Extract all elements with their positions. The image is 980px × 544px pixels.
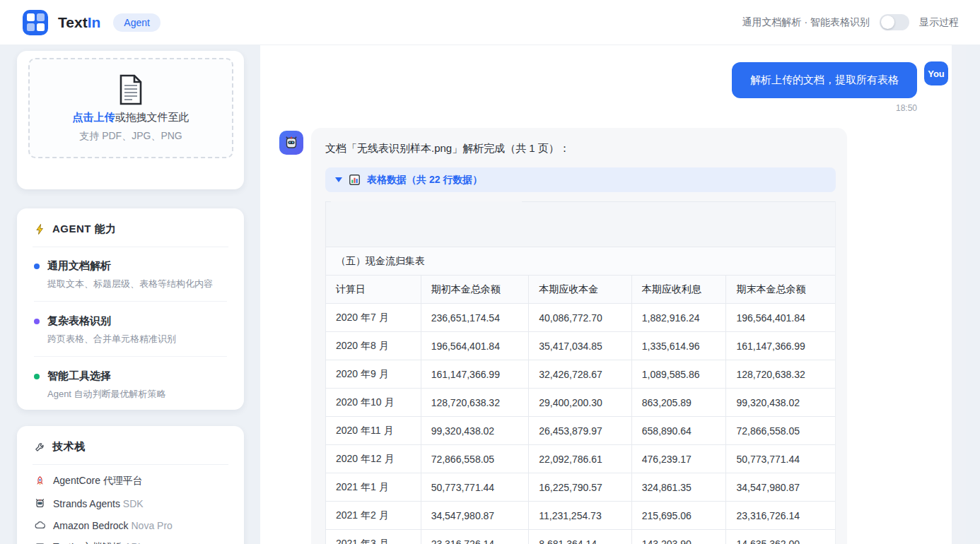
- agent-badge: Agent: [113, 13, 161, 32]
- lightning-icon: [34, 223, 46, 235]
- brand-accent: In: [88, 14, 101, 30]
- table-caption: （五）现金流归集表: [326, 247, 835, 276]
- mode-label: 通用文档解析 · 智能表格识别: [742, 16, 870, 29]
- brand-title: TextIn: [58, 14, 100, 31]
- table-body: 2020 年7 月236,651,174.5440,086,772.701,88…: [326, 304, 835, 544]
- table-cell: 期初本金总余额: [421, 276, 530, 303]
- table-row: 2020 年7 月236,651,174.5440,086,772.701,88…: [326, 304, 835, 332]
- tech-item-agentcore: AgentCore 代理平台: [34, 475, 227, 487]
- table-cell: 2021 年1 月: [326, 473, 421, 501]
- table-cell: 143,203.90: [632, 530, 727, 544]
- robot-icon: [34, 497, 46, 509]
- table-cell: 23,316,726.14: [421, 530, 530, 544]
- upload-link[interactable]: 点击上传: [73, 111, 115, 123]
- table-border-segment: [326, 201, 331, 202]
- table-cell: 期末本金总余额: [726, 276, 835, 303]
- table-cell: 1,089,585.86: [632, 360, 727, 388]
- upload-hint: 支持 PDF、JPG、PNG: [79, 130, 182, 143]
- table-cell: 2021 年2 月: [326, 502, 421, 529]
- parse-result-summary: 文档「无线表识别样本.png」解析完成（共 1 页）：: [325, 142, 570, 155]
- tech-stack-card: 技术栈 AgentCore 代理平台 Strands Agents SDK: [17, 426, 244, 544]
- table-cell: 34,547,980.87: [421, 502, 530, 529]
- table-cell: 72,866,558.05: [726, 417, 835, 444]
- rocket-icon: [34, 475, 46, 487]
- table-header-row: 计算日期初本金总余额本期应收本金本期应收利息期末本金总余额: [326, 276, 835, 304]
- table-cell: 72,866,558.05: [421, 445, 530, 473]
- table-cell: 658,890.64: [632, 417, 727, 444]
- capability-item-table-recognition: 复杂表格识别 跨页表格、合并单元格精准识别: [34, 312, 227, 345]
- table-row: 2020 年9 月161,147,366.9932,426,728.671,08…: [326, 360, 835, 389]
- table-cell: 8,681,364.14: [529, 530, 632, 544]
- bullet-dot-green: [34, 374, 40, 379]
- table-cell: 236,651,174.54: [421, 304, 530, 331]
- table-cell: 128,720,638.32: [726, 360, 835, 388]
- table-row: 2020 年10 月128,720,638.3229,400,200.30863…: [326, 389, 835, 417]
- chat-scrollbar[interactable]: [952, 45, 966, 544]
- agent-capabilities-card: AGENT 能力 通用文档解析 提取文本、标题层级、表格等结构化内容 复杂表格识…: [17, 208, 244, 410]
- table-row: 2020 年8 月196,564,401.8435,417,034.851,33…: [326, 332, 835, 360]
- textin-logo-icon[interactable]: [23, 10, 48, 35]
- table-cell: 2020 年9 月: [326, 360, 421, 388]
- table-cell: 863,205.89: [632, 389, 727, 416]
- table-cell: 本期应收本金: [529, 276, 632, 303]
- table-cell: 196,564,401.84: [421, 332, 530, 360]
- document-upload-icon: [118, 74, 144, 105]
- table-cell: 50,773,771.44: [421, 473, 530, 501]
- cloud-icon: [34, 519, 46, 531]
- table-cell: 34,547,980.87: [726, 473, 835, 501]
- table-cell: 40,086,772.70: [529, 304, 632, 331]
- tech-item-strands: Strands Agents SDK: [34, 497, 227, 509]
- chat-panel: You 解析上传的文档，提取所有表格 18:50 文档「无线表识别样本.png」…: [260, 45, 966, 544]
- table-row: 2021 年1 月50,773,771.4416,225,790.57324,8…: [326, 473, 835, 502]
- table-cell: 2020 年7 月: [326, 304, 421, 331]
- toggle-knob: [881, 16, 894, 29]
- table-cell: 161,147,366.99: [421, 360, 530, 388]
- table-cell: 26,453,879.97: [529, 417, 632, 444]
- tech-stack-title: 技术栈: [34, 440, 227, 454]
- table-cell: 11,231,254.73: [529, 502, 632, 529]
- show-process-toggle[interactable]: [880, 14, 909, 30]
- user-avatar: You: [924, 61, 948, 85]
- wrench-icon: [34, 441, 46, 453]
- upload-card: 点击上传或拖拽文件至此 支持 PDF、JPG、PNG: [17, 51, 244, 189]
- table-cell: 2020 年10 月: [326, 389, 421, 416]
- page-content: 点击上传或拖拽文件至此 支持 PDF、JPG、PNG AGENT 能力 通用文档…: [0, 45, 980, 544]
- table-data-collapse-header[interactable]: 表格数据（共 22 行数据）: [325, 167, 836, 192]
- table-cell: 计算日: [326, 276, 421, 303]
- app-header: TextIn Agent 通用文档解析 · 智能表格识别 显示过程: [0, 0, 980, 45]
- table-cell: 476,239.17: [632, 445, 727, 473]
- table-cell: 本期应收利息: [632, 276, 727, 303]
- table-cell: 50,773,771.44: [726, 445, 835, 473]
- table-row: 2021 年3 月23,316,726.148,681,364.14143,20…: [326, 530, 835, 544]
- table-data-label: 表格数据（共 22 行数据）: [367, 174, 482, 187]
- table-cell: 99,320,438.02: [726, 389, 835, 416]
- table-cell: 35,417,034.85: [529, 332, 632, 360]
- capability-item-doc-parse: 通用文档解析 提取文本、标题层级、表格等结构化内容: [34, 257, 227, 290]
- table-cell: 2020 年12 月: [326, 445, 421, 473]
- robot-avatar-icon: [283, 134, 300, 151]
- table-border-segment: [522, 201, 835, 202]
- table-cell: 196,564,401.84: [726, 304, 835, 331]
- bullet-dot-purple: [34, 319, 40, 324]
- divider: [34, 301, 227, 302]
- table-cell: 1,882,916.24: [632, 304, 727, 331]
- document-icon: [34, 542, 46, 544]
- capability-item-tool-selection: 智能工具选择 Agent 自动判断最优解析策略: [34, 367, 227, 401]
- table-cell: 324,861.35: [632, 473, 727, 501]
- table-cell: 1,335,614.96: [632, 332, 727, 360]
- upload-instruction: 点击上传或拖拽文件至此: [73, 111, 189, 124]
- capabilities-title: AGENT 能力: [34, 223, 227, 236]
- chevron-down-icon: [335, 177, 342, 182]
- table-row: 2021 年2 月34,547,980.8711,231,254.73215,6…: [326, 502, 835, 530]
- table-cell: 29,400,200.30: [529, 389, 632, 416]
- show-process-label: 显示过程: [919, 16, 959, 29]
- bar-chart-icon: [349, 174, 361, 186]
- upload-dropzone[interactable]: 点击上传或拖拽文件至此 支持 PDF、JPG、PNG: [28, 58, 233, 158]
- tech-item-bedrock: Amazon Bedrock Nova Pro: [34, 519, 227, 531]
- table-cell: 2020 年11 月: [326, 417, 421, 444]
- divider: [33, 464, 228, 465]
- user-message-bubble: 解析上传的文档，提取所有表格: [732, 62, 917, 98]
- table-row: 2020 年12 月72,866,558.0522,092,786.61476,…: [326, 445, 835, 473]
- table-cell: 128,720,638.32: [421, 389, 530, 416]
- table-row: 2020 年11 月99,320,438.0226,453,879.97658,…: [326, 417, 835, 445]
